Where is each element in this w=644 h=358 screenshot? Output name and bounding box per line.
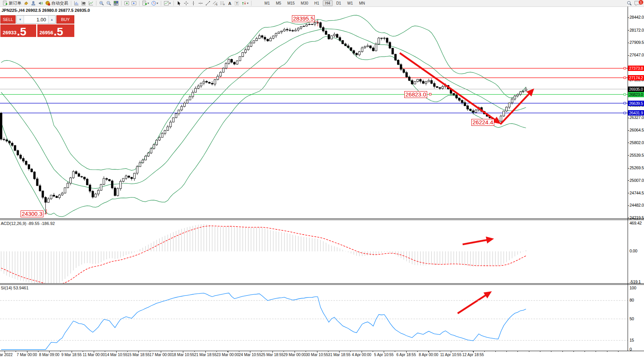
one-click-trade-panel: SELL ▼ 1.00 ▲ BUY 26933 .5 26956 .5 — [0, 15, 74, 37]
price-annotation[interactable]: 26224.4 — [471, 119, 494, 126]
timeframe-button-m15[interactable]: M15 — [285, 0, 297, 6]
price-badge[interactable]: 26823.0 — [628, 92, 644, 97]
price-axis-label: 24744.5 — [630, 191, 644, 195]
zoom-in-icon — [99, 1, 104, 6]
price-axis-tick — [628, 55, 629, 56]
price-annotation[interactable]: 24300.3 — [21, 210, 43, 217]
time-axis-minor-tick — [540, 351, 540, 352]
chevron-down-icon[interactable]: ▾ — [147, 2, 149, 5]
volume-increase-button[interactable]: ▲ — [48, 16, 55, 23]
tile-windows-button[interactable] — [113, 0, 119, 6]
sell-button[interactable]: SELL — [0, 15, 16, 24]
text-tool[interactable]: A — [226, 0, 233, 6]
timeframe-button-mn[interactable]: MN — [356, 0, 368, 6]
pane-separator[interactable] — [0, 283, 644, 284]
chart-shift-button[interactable] — [131, 0, 137, 6]
line-chart-mode-button[interactable] — [88, 0, 94, 6]
new-order-button[interactable]: 新订单 — [2, 0, 22, 6]
sell-price-display[interactable]: 26933 .5 — [0, 24, 36, 37]
timeframe-button-m1[interactable]: M1 — [262, 0, 272, 6]
auto-trading-button[interactable]: 自动交易 — [45, 0, 69, 6]
time-axis[interactable]: Mar 20227 Mar 00:008 Mar 09:009 Mar 18:5… — [0, 351, 644, 358]
rsi-pane[interactable] — [0, 285, 628, 351]
zoom-out-button[interactable] — [106, 0, 112, 6]
templates-button[interactable]: ▾ — [163, 0, 171, 6]
channel-tool[interactable]: E — [212, 0, 218, 6]
buy-price-decimal: .5 — [54, 27, 63, 37]
arrows-tool[interactable]: ▾ — [241, 0, 249, 6]
pane-separator[interactable] — [0, 218, 644, 219]
macd-axis-label: 469.42 — [630, 221, 642, 225]
timeframe-button-h1[interactable]: H1 — [312, 0, 322, 6]
profile-tool[interactable] — [30, 0, 37, 6]
volume-stepper[interactable]: ▼ 1.00 ▲ — [16, 15, 56, 24]
level-handle[interactable] — [624, 102, 626, 104]
timeframe-button-m5[interactable]: M5 — [273, 0, 284, 6]
price-badge[interactable]: 26935.0 — [628, 87, 644, 92]
price-axis-label: 28442.0 — [630, 15, 644, 19]
level-handle[interactable] — [624, 112, 626, 114]
rsi-line — [1, 293, 526, 350]
hline-tool[interactable] — [197, 0, 204, 6]
price-axis-tick — [628, 218, 629, 218]
price-axis-label: 27647.0 — [630, 53, 644, 57]
main-chart-pane[interactable] — [0, 6, 628, 218]
macd-pane[interactable] — [0, 220, 628, 283]
timeframe-button-d1[interactable]: D1 — [333, 0, 344, 6]
price-badge[interactable]: 27373.8 — [628, 66, 644, 71]
rsi-axis-label: 0 — [630, 347, 632, 352]
pane-separator[interactable] — [0, 220, 644, 220]
time-axis-border — [0, 351, 644, 351]
timeframe-button-w1[interactable]: W1 — [344, 0, 356, 6]
trendline-tool[interactable] — [205, 0, 211, 6]
macd-axis-label: 0.00 — [630, 249, 637, 253]
chevron-down-icon[interactable]: ▾ — [247, 2, 248, 5]
price-annotation[interactable]: 26823.0 — [404, 91, 427, 98]
trend-arrow[interactable] — [400, 53, 499, 123]
vline-tool[interactable] — [190, 0, 197, 6]
alerts-sound-tool[interactable] — [37, 0, 44, 6]
level-handle[interactable] — [624, 67, 626, 69]
periods-button[interactable]: ▾ — [151, 0, 159, 6]
chat-button[interactable]: 1 — [633, 0, 642, 6]
buy-price-display[interactable]: 26956 .5 — [37, 24, 74, 37]
bar-chart-mode-button[interactable] — [73, 0, 80, 6]
cursor-tool[interactable] — [176, 0, 182, 6]
trend-arrow[interactable] — [463, 239, 492, 244]
toolbar: 新订单自动交易▾▾▾EFAT▾M1M5M15M30H1H4D1W1MN1 — [0, 0, 644, 7]
auto-scroll-button[interactable] — [123, 0, 130, 6]
volume-value[interactable]: 1.00 — [24, 16, 48, 23]
label-tool[interactable]: T — [234, 0, 240, 6]
price-annotation[interactable]: 28395.5 — [292, 15, 315, 22]
timeframe-button-h4[interactable]: H4 — [323, 0, 333, 6]
price-axis-label: 26064.5 — [630, 128, 644, 132]
toolbar-separator — [71, 1, 71, 6]
level-handle[interactable] — [624, 93, 626, 95]
vline-icon — [191, 1, 196, 6]
price-badge[interactable]: 26639.5 — [628, 101, 644, 106]
toolbar-separator — [161, 1, 161, 6]
timeframe-button-m30[interactable]: M30 — [298, 0, 311, 6]
cursor-icon — [176, 1, 181, 6]
price-axis-tick — [628, 180, 629, 181]
bollinger-upper — [1, 15, 526, 170]
level-handle[interactable] — [624, 77, 626, 79]
buy-button[interactable]: BUY — [56, 15, 74, 24]
price-badge[interactable]: 27174.2 — [628, 75, 644, 80]
volume-decrease-button[interactable]: ▼ — [17, 16, 24, 23]
zoom-in-button[interactable] — [98, 0, 105, 6]
pane-separator[interactable] — [0, 284, 644, 285]
indicators-button[interactable]: ▾ — [141, 0, 150, 6]
chevron-down-icon[interactable]: ▾ — [157, 2, 158, 5]
sound-icon — [38, 1, 43, 6]
time-axis-label: 6 Apr 18:55 — [396, 353, 416, 357]
styler-bucket-tool[interactable] — [23, 0, 29, 6]
crosshair-tool[interactable] — [183, 0, 189, 6]
candle-chart-mode-button[interactable] — [80, 0, 87, 6]
fibonacci-tool[interactable]: F — [219, 0, 226, 6]
chevron-down-icon[interactable]: ▾ — [169, 2, 171, 5]
price-badge[interactable]: 26431.9 — [628, 110, 644, 116]
chat-badge: 1 — [639, 0, 643, 5]
search-button[interactable] — [626, 0, 633, 6]
trend-arrow[interactable] — [458, 292, 490, 313]
